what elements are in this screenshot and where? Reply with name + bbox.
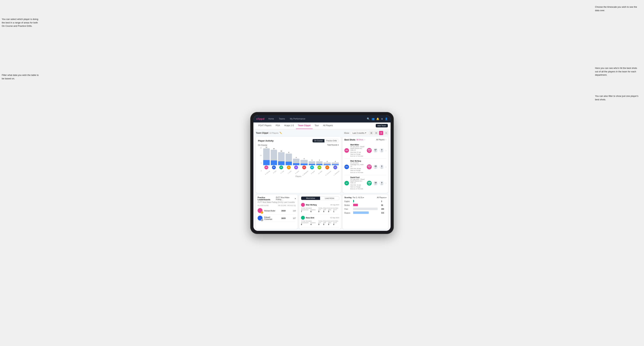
apc-activities-group-0: Total Practice Activities GTT0 APP0 ARG0… [318, 207, 338, 212]
bar-value-7: 3 [319, 159, 320, 161]
bar-group-3: 9JCJ. Coles [286, 152, 292, 172]
sub-tab-tour[interactable]: Tour [312, 123, 321, 129]
shot-entry-0[interactable]: MM Matt Miller 09 Jun 2023 · Royal North… [344, 142, 386, 159]
apc-rounds-label-0: Total Rounds [301, 207, 316, 209]
bar-avatar-1: RB [272, 166, 276, 169]
bar-6[interactable] [309, 161, 315, 165]
shot-chevron-2[interactable]: › [386, 182, 386, 184]
tablet-screen: clippd Home Teams My Performance 🔍 👥 🔔 ⊕… [254, 115, 390, 231]
player-activity-header: Player Activity On Course Practice Drill… [258, 139, 339, 143]
bar-0[interactable] [263, 148, 270, 165]
bar-2[interactable] [278, 152, 284, 165]
nav-item-teams[interactable]: Teams [278, 117, 286, 121]
bell-icon[interactable]: 🔔 [376, 117, 379, 120]
scoring-dropdown-par[interactable]: Par 3, 4 & 5s ▾ [352, 197, 364, 198]
bar-avatar-8: EC [325, 166, 329, 169]
shot-chevron-0[interactable]: › [386, 149, 386, 152]
annotation-top-right: Choose the timescale you wish to see the… [595, 5, 640, 12]
view-icon-grid3[interactable]: ⊟ [374, 131, 378, 135]
annotation-bot-right: You can also filter to show just one pla… [595, 94, 640, 101]
users-icon[interactable]: 👥 [372, 117, 374, 120]
apc-activities-values-1: GTT0 APP0 ARG0 PUTT0 [318, 222, 338, 225]
apc-date-1: 02 Sep 2023 [330, 217, 339, 219]
apc-name-1: Rees Britt [306, 217, 314, 219]
shot-player-name-1: Blair McHarg [350, 160, 366, 162]
player-activity-title: Player Activity [258, 140, 274, 142]
bar-avatar-9: LR [334, 166, 337, 169]
bar-5[interactable] [300, 160, 308, 165]
bar-name-0: B. McHarg [265, 170, 270, 175]
sub-tab-hcaps[interactable]: Hcaps 1-5 [282, 123, 296, 129]
bar-4[interactable] [293, 159, 300, 165]
bar-group-8: 2ECE. Crossman [324, 161, 330, 172]
shot-badge-0: 200 SG [367, 148, 372, 153]
lb-subtitle: PUTT Must Make Putting (3-6 ft), Last 3 … [258, 201, 296, 203]
add-team-button[interactable]: Add Team [376, 124, 388, 127]
shot-player-name-0: Matt Miller [350, 144, 366, 146]
active-toggle: Most Active Least Active [301, 196, 339, 200]
sub-tab-team-clippd[interactable]: Team Clippd [296, 123, 312, 129]
shot-entry-1[interactable]: BM Blair McHarg 23 Jul 2023 · Ashridge G… [344, 159, 386, 175]
scoring-dropdown-players[interactable]: All Players ▾ [377, 197, 386, 198]
score-bar-3 [353, 211, 369, 214]
toggle-practice-drills[interactable]: Practice Drills [324, 139, 338, 142]
apc-name-0: Blair McHarg [306, 204, 317, 206]
shot-entry-2[interactable]: DF David Ford 24 Aug 2023 · Royal North … [344, 175, 386, 191]
shot-chevron-1[interactable]: › [386, 166, 386, 168]
bar-value-1: 12 [273, 148, 274, 149]
avatar-icon[interactable]: 👤 [385, 117, 388, 120]
plus-icon[interactable]: ⊕ [381, 117, 383, 120]
bar-9[interactable] [332, 163, 339, 165]
view-icon-list[interactable]: ≡ [384, 131, 388, 135]
score-bar-wrap-2 [353, 208, 380, 210]
lb-medal-0: 1 [261, 211, 263, 214]
content-area: Team Clippd 14 Players ✏️ Show: Last 3 m… [254, 129, 390, 231]
view-icon-grid2[interactable]: ⊞ [369, 131, 374, 135]
lb-rows: 1 Richard Butler 19/20 110 2 Edward Cros… [258, 207, 296, 222]
score-row-pars: Pars 499 [344, 208, 386, 210]
bar-avatar-0: BM [264, 166, 268, 169]
toggle-on-course[interactable]: On Course [312, 139, 324, 142]
edit-icon[interactable]: ✏️ [280, 132, 282, 134]
scoring-bars: Eagles 3 Birdies 96 Pars 499 Bogeys 315 [344, 200, 386, 214]
sub-tab-all-players[interactable]: All Players [321, 123, 335, 129]
lb-row-0: 1 Richard Butler 19/20 110 [258, 207, 296, 215]
nav-item-my-performance[interactable]: My Performance [289, 117, 306, 121]
score-label-1: Birdies [344, 204, 353, 206]
lb-title: Practice Leaderboards [258, 196, 276, 201]
bar-1[interactable] [271, 150, 277, 165]
shot-badge-1: 200 SG [367, 165, 372, 169]
nav-icons: 🔍 👥 🔔 ⊕ 👤 [367, 117, 388, 120]
chart-label: On Course [258, 144, 267, 146]
score-label-2: Pars [344, 208, 353, 210]
nav-item-home[interactable]: Home [267, 117, 275, 121]
team-title: Team Clippd 14 Players ✏️ [256, 132, 282, 134]
shot-avatar-2: DF [344, 181, 349, 185]
score-bar-2 [353, 208, 378, 210]
lb-col-avg: PB AVG SQ [287, 205, 296, 206]
toggle-most-active[interactable]: Most Active [301, 197, 320, 200]
show-dropdown[interactable]: Last 3 months ▾ [351, 131, 368, 135]
bs-filter-players[interactable]: All Players [376, 139, 384, 141]
toggle-least-active[interactable]: Least Active [320, 197, 339, 200]
two-col-layout: Player Activity On Course Practice Drill… [256, 137, 388, 193]
bar-name-6: R. Butler [310, 170, 315, 174]
bs-filter-shots[interactable]: All Shots [356, 139, 363, 141]
bar-value-6: 3 [312, 159, 312, 161]
sub-tab-pga[interactable]: PGA [274, 123, 282, 129]
score-count-1: 96 [381, 204, 386, 206]
apc-avatar-0 [301, 203, 305, 207]
bar-8[interactable] [324, 163, 330, 165]
lb-dropdown[interactable]: PUTT Must Make Putting ... ▾ [276, 197, 296, 200]
view-icons: ⊞ ⊟ ♥ ≡ [369, 131, 388, 135]
activity-toggle: On Course Practice Drills [312, 139, 339, 143]
sub-tab-pgat[interactable]: PGAT Players [256, 123, 274, 129]
scoring-card: Scoring Par 3, 4 & 5s ▾ All Players ▾ Ea… [343, 195, 388, 229]
bar-7[interactable] [316, 161, 323, 165]
lb-name-0: Richard Butler [264, 210, 276, 212]
view-icon-heart[interactable]: ♥ [379, 131, 383, 135]
chart-dropdown[interactable]: Total Rounds ▾ [327, 144, 339, 146]
lb-avg-1: 107 [287, 217, 296, 219]
search-icon[interactable]: 🔍 [367, 117, 370, 120]
bar-3[interactable] [286, 154, 292, 165]
